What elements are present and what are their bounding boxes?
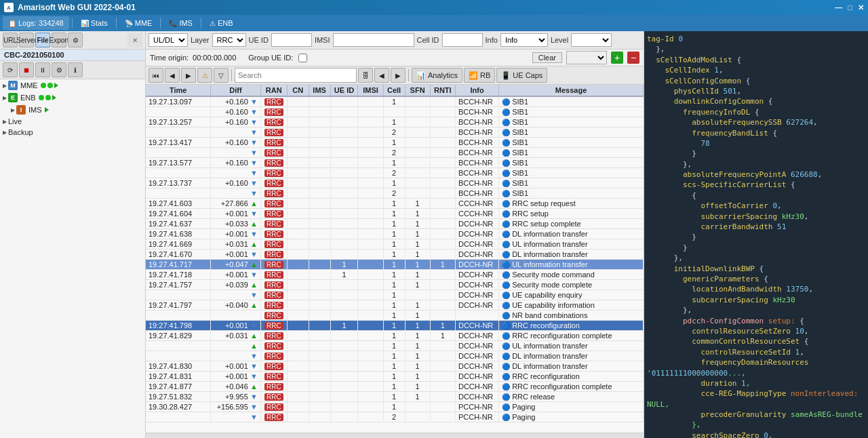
- analytics-button[interactable]: 📊 Analytics: [412, 68, 462, 83]
- col-diff[interactable]: Diff: [211, 85, 261, 96]
- table-row[interactable]: 19.27.13.257 +0.160 ▼ RRC 1 BCCH-NR 🔵 SI…: [146, 117, 644, 127]
- config-button[interactable]: ⚙: [52, 62, 66, 77]
- horizontal-scrollbar[interactable]: [146, 433, 644, 438]
- rb-button[interactable]: 📶 RB: [464, 68, 495, 83]
- warning-button[interactable]: ⚠: [197, 68, 212, 83]
- menu-ims[interactable]: 📞 IMS: [163, 16, 198, 30]
- table-row[interactable]: +0.160 ▼ RRC BCCH-NR 🔵 SIB1: [146, 107, 644, 117]
- step-button[interactable]: ⏸: [35, 62, 50, 77]
- tree-item-ims[interactable]: ▶ I IMS: [0, 104, 145, 116]
- options-button[interactable]: ⚙: [68, 33, 83, 47]
- refresh-button[interactable]: ⟳: [3, 62, 18, 77]
- nav-prev-button[interactable]: ◀: [374, 68, 389, 83]
- export-button[interactable]: Export: [52, 33, 66, 47]
- col-cell[interactable]: Cell: [383, 85, 405, 96]
- table-row[interactable]: RRC 1 1 🔵 NR band combinations: [146, 311, 644, 321]
- table-row[interactable]: 19.27.13.417 +0.160 ▼ RRC 1 BCCH-NR 🔵 SI…: [146, 138, 644, 148]
- uldl-select[interactable]: UL/DL: [149, 33, 188, 47]
- col-ueid[interactable]: UE ID: [330, 85, 358, 96]
- table-row[interactable]: ▼ RRC 2 PCCH-NR 🔵 Paging: [146, 412, 644, 422]
- maximize-button[interactable]: □: [848, 3, 852, 12]
- table-row[interactable]: 19.30.28.427 +156.595 ▼ RRC 1 PCCH-NR 🔵 …: [146, 402, 644, 412]
- ueid-label: UE ID: [249, 36, 269, 44]
- cell-message: 🔵 SIB1: [499, 148, 644, 158]
- tree-item-live[interactable]: ▶ Live: [0, 116, 145, 127]
- level-select[interactable]: [571, 33, 612, 47]
- table-row[interactable]: ▼ RRC 2 BCCH-NR 🔵 SIB1: [146, 127, 644, 138]
- menu-stats[interactable]: 📊 Stats: [75, 16, 113, 30]
- table-row[interactable]: ▼ RRC 1 1 DCCH-NR 🔵 DL information trans…: [146, 351, 644, 361]
- table-row[interactable]: ▼ RRC 1 DCCH-NR 🔵 UE capability enquiry: [146, 290, 644, 300]
- col-ran[interactable]: RAN: [260, 85, 287, 96]
- ue-caps-button[interactable]: 📱 UE Caps: [496, 68, 547, 83]
- cell-imsi: [358, 270, 383, 280]
- menu-logs[interactable]: 📋 Logs: 334248: [3, 16, 69, 30]
- table-row[interactable]: 19.27.41.830 +0.001 ▼ RRC 1 1 DCCH-NR 🔵 …: [146, 361, 644, 372]
- ueid-input[interactable]: [271, 33, 312, 47]
- file-button[interactable]: File: [35, 33, 50, 47]
- table-row[interactable]: 19.27.41.603 +27.866 ▲ RRC 1 1 CCCH-NR 🔵…: [146, 199, 644, 209]
- table-row[interactable]: 19.27.41.718 +0.001 ▼ RRC 1 1 1 DCCH-NR …: [146, 270, 644, 280]
- menu-mme[interactable]: 📡 MME: [119, 16, 158, 30]
- col-info[interactable]: Info: [455, 85, 498, 96]
- log-table-container[interactable]: Time Diff RAN CN IMS UE ID IMSI Cell SFN…: [146, 85, 644, 433]
- play-button[interactable]: ▶: [181, 68, 196, 83]
- clear-button[interactable]: Clear: [532, 52, 562, 63]
- table-row[interactable]: ▼ RRC 2 BCCH-NR 🔵 SIB1: [146, 188, 644, 199]
- back-to-start-button[interactable]: ⏮: [149, 68, 163, 83]
- layer-select[interactable]: RRC: [212, 33, 246, 47]
- table-row[interactable]: 19.27.41.829 +0.031 ▲ RRC 1 1 1 DCCH-NR …: [146, 331, 644, 341]
- col-rnti[interactable]: RNTI: [430, 85, 455, 96]
- prev-button[interactable]: ◀: [165, 68, 180, 83]
- info-button[interactable]: ℹ: [68, 62, 83, 77]
- table-row[interactable]: 19.27.41.637 +0.033 ▲ RRC 1 1 DCCH-NR 🔵 …: [146, 219, 644, 229]
- table-row[interactable]: 19.27.41.669 +0.031 ▲ RRC 1 1 DCCH-NR 🔵 …: [146, 239, 644, 250]
- server-button[interactable]: Server: [19, 33, 34, 47]
- col-sfn[interactable]: SFN: [405, 85, 430, 96]
- table-row[interactable]: 19.27.13.097 +0.160 ▼ RRC 1 BCCH-NR 🔵 SI…: [146, 96, 644, 107]
- table-row[interactable]: ▲ RRC 1 1 DCCH-NR 🔵 UL information trans…: [146, 341, 644, 351]
- clear-select[interactable]: [566, 51, 607, 64]
- search-input[interactable]: [235, 68, 357, 83]
- tree-item-enb[interactable]: ▶ E ENB: [0, 92, 145, 104]
- table-row[interactable]: 19.27.41.604 +0.001 ▼ RRC 1 1 CCCH-NR 🔵 …: [146, 209, 644, 219]
- search-db-button[interactable]: 🗄: [358, 68, 373, 83]
- table-row[interactable]: 19.27.41.670 +0.001 ▼ RRC 1 1 DCCH-NR 🔵 …: [146, 250, 644, 260]
- tree-item-backup[interactable]: ▶ Backup: [0, 127, 145, 138]
- table-row[interactable]: 19.27.41.717 +0.047 ▲ RRC 1 1 1 1 DCCH-N…: [146, 260, 644, 270]
- table-row[interactable]: 19.27.13.577 +0.160 ▼ RRC 1 BCCH-NR 🔵 SI…: [146, 158, 644, 168]
- window-controls[interactable]: — □ ✕: [835, 3, 864, 12]
- filter-btn[interactable]: ▽: [214, 68, 229, 83]
- col-ims[interactable]: IMS: [309, 85, 330, 96]
- add-button[interactable]: +: [611, 52, 623, 64]
- table-row[interactable]: 19:27:41.798 +0.001 ▼ RRC 1 1 1 1 DCCH-N…: [146, 321, 644, 331]
- table-row[interactable]: ▼ RRC 2 BCCH-NR 🔵 SIB1: [146, 168, 644, 178]
- menu-enb[interactable]: ⚠ ENB: [204, 16, 239, 30]
- cellid-input[interactable]: [442, 33, 483, 47]
- col-time[interactable]: Time: [146, 85, 211, 96]
- imsi-input[interactable]: [333, 33, 414, 47]
- table-row[interactable]: 19.27.41.638 +0.001 ▼ RRC 1 1 DCCH-NR 🔵 …: [146, 229, 644, 239]
- log-table-body: 19.27.13.097 +0.160 ▼ RRC 1 BCCH-NR 🔵 SI…: [146, 96, 644, 422]
- table-row[interactable]: 19.27.41.757 +0.039 ▲ RRC 1 1 DCCH-NR 🔵 …: [146, 280, 644, 290]
- table-row[interactable]: 19.27.13.737 +0.160 ▼ RRC 1 BCCH-NR 🔵 SI…: [146, 178, 644, 188]
- stop-button[interactable]: ⏹: [19, 62, 34, 77]
- cell-imsi: [358, 300, 383, 311]
- col-imsi[interactable]: IMSI: [358, 85, 383, 96]
- info-select[interactable]: Info: [500, 33, 548, 47]
- tree-item-mme[interactable]: ▶ M MME: [0, 79, 145, 92]
- table-row[interactable]: 19.27.51.832 +9.955 ▼ RRC 1 1 DCCH-NR 🔵 …: [146, 392, 644, 402]
- url-button[interactable]: URL: [3, 33, 18, 47]
- group-ue-checkbox[interactable]: [298, 54, 307, 62]
- close-button[interactable]: ✕: [858, 3, 864, 12]
- table-row[interactable]: 19.27.41.797 +0.040 ▲ RRC 1 1 DCCH-NR 🔵 …: [146, 300, 644, 311]
- col-cn[interactable]: CN: [287, 85, 309, 96]
- nav-next-button[interactable]: ▶: [391, 68, 406, 83]
- table-row[interactable]: ▼ RRC 2 BCCH-NR 🔵 SIB1: [146, 148, 644, 158]
- table-row[interactable]: 19.27.41.831 +0.001 ▼ RRC 1 1 DCCH-NR 🔵 …: [146, 372, 644, 382]
- left-close-button[interactable]: ✕: [127, 33, 142, 47]
- table-row[interactable]: 19.27.41.877 +0.046 ▲ RRC 1 1 DCCH-NR 🔵 …: [146, 382, 644, 392]
- minimize-button[interactable]: —: [835, 3, 842, 12]
- minus-button[interactable]: −: [627, 52, 639, 64]
- col-message[interactable]: Message: [499, 85, 644, 96]
